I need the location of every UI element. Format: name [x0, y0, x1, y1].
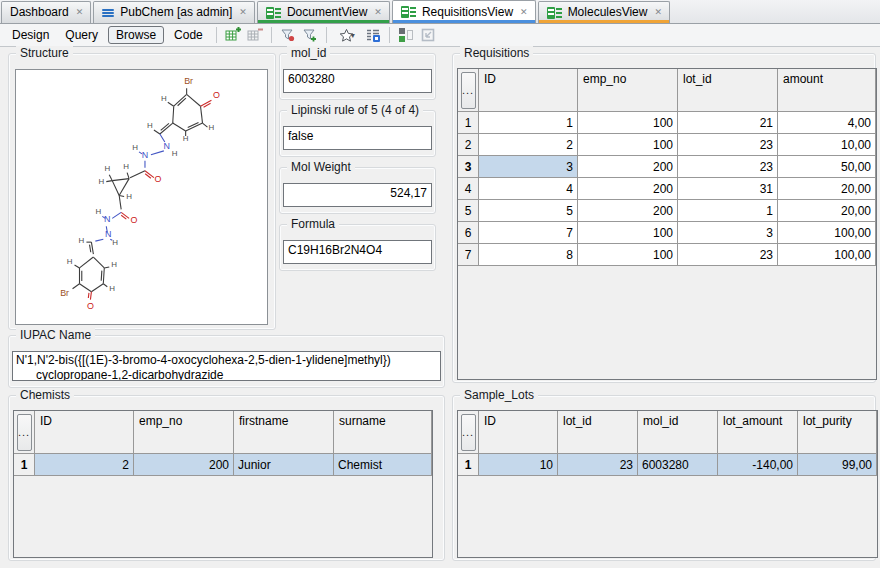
filter-clear-icon[interactable] — [277, 25, 299, 45]
column-header[interactable]: surname — [334, 411, 432, 454]
data-options-icon[interactable] — [362, 25, 384, 45]
column-header[interactable]: lot_id — [678, 69, 778, 112]
mol-id-field[interactable]: 6003280 — [283, 69, 432, 93]
row-header[interactable]: 4 — [458, 178, 479, 200]
table-cell[interactable]: -140,00 — [718, 454, 798, 476]
row-header[interactable]: 1 — [458, 112, 479, 134]
table-cell[interactable]: 100 — [578, 112, 678, 134]
table-cell[interactable]: 20,00 — [778, 200, 876, 222]
table-corner-button[interactable]: ... — [461, 72, 476, 109]
row-header[interactable]: 1 — [14, 454, 35, 476]
delete-record-icon[interactable] — [244, 25, 266, 45]
tab-requisitionsview[interactable]: RequisitionsView ✕ — [392, 0, 536, 23]
column-header[interactable]: ID — [479, 411, 558, 454]
table-cell[interactable]: 6003280 — [638, 454, 718, 476]
column-header[interactable]: emp_no — [134, 411, 234, 454]
table-cell[interactable]: 100,00 — [778, 222, 876, 244]
mode-code-button[interactable]: Code — [166, 26, 211, 44]
row-header[interactable]: 3 — [458, 156, 479, 178]
table-cell[interactable]: 10,00 — [778, 134, 876, 156]
tab-dashboard[interactable]: Dashboard ✕ — [1, 1, 91, 23]
table-cell[interactable]: Chemist — [334, 454, 432, 476]
tab-underline — [539, 20, 669, 23]
table-cell[interactable]: 3 — [479, 156, 578, 178]
insert-record-icon[interactable] — [222, 25, 244, 45]
tab-pubchem[interactable]: PubChem [as admin] ✕ — [93, 1, 255, 23]
chevron-down-icon[interactable]: ▾ — [351, 31, 355, 40]
table-cell[interactable]: 10 — [479, 454, 558, 476]
formula-field[interactable]: C19H16Br2N4O4 — [283, 240, 432, 264]
table-cell[interactable]: 23 — [558, 454, 638, 476]
column-header[interactable]: lot_id — [558, 411, 638, 454]
tab-moleculesview[interactable]: MoleculesView ✕ — [538, 1, 670, 23]
requisitions-table[interactable]: ...IDemp_nolot_idamount11100214,00221002… — [457, 68, 877, 380]
table-cell[interactable]: 2 — [35, 454, 134, 476]
table-cell[interactable]: 8 — [479, 244, 578, 266]
table-cell[interactable]: 100,00 — [778, 244, 876, 266]
close-icon[interactable]: ✕ — [653, 7, 663, 18]
chemists-table[interactable]: ...IDemp_nofirstnamesurname12200JuniorCh… — [13, 410, 433, 558]
column-header[interactable]: ID — [479, 69, 578, 112]
table-cell[interactable]: Junior — [234, 454, 334, 476]
column-header[interactable]: amount — [778, 69, 876, 112]
table-cell[interactable]: 200 — [578, 156, 678, 178]
row-header[interactable]: 6 — [458, 222, 479, 244]
table-corner-button[interactable]: ... — [461, 414, 476, 451]
table-cell[interactable]: 100 — [578, 222, 678, 244]
table-cell[interactable]: 23 — [678, 244, 778, 266]
table-cell[interactable]: 7 — [479, 222, 578, 244]
close-icon[interactable]: ✕ — [519, 7, 529, 18]
table-cell[interactable]: 1 — [678, 200, 778, 222]
table-cell[interactable]: 5 — [479, 200, 578, 222]
table-cell[interactable]: 99,00 — [798, 454, 877, 476]
column-header[interactable]: mol_id — [638, 411, 718, 454]
favorites-star-icon[interactable]: ▾ — [332, 25, 362, 45]
table-cell[interactable]: 31 — [678, 178, 778, 200]
tab-documentview[interactable]: DocumentView ✕ — [257, 1, 390, 23]
table-cell[interactable]: 23 — [678, 134, 778, 156]
column-header[interactable]: emp_no — [578, 69, 678, 112]
table-cell[interactable]: 1 — [479, 112, 578, 134]
iupac-field[interactable]: N'1,N'2-bis({[(1E)-3-bromo-4-oxocyclohex… — [12, 351, 441, 381]
table-cell[interactable]: 200 — [134, 454, 234, 476]
row-header[interactable]: 2 — [458, 134, 479, 156]
column-header[interactable]: firstname — [234, 411, 334, 454]
table-cell[interactable]: 50,00 — [778, 156, 876, 178]
table-cell[interactable]: 3 — [678, 222, 778, 244]
svg-text:O: O — [154, 174, 161, 184]
row-header[interactable]: 1 — [458, 454, 479, 476]
table-cell[interactable]: 21 — [678, 112, 778, 134]
sample-lots-table[interactable]: ...IDlot_idmol_idlot_amountlot_purity110… — [457, 410, 878, 558]
column-header[interactable]: ID — [35, 411, 134, 454]
close-icon[interactable]: ✕ — [75, 7, 85, 18]
mode-design-button[interactable]: Design — [4, 26, 57, 44]
column-header[interactable]: lot_purity — [798, 411, 877, 454]
column-header[interactable]: lot_amount — [718, 411, 798, 454]
table-cell[interactable]: 100 — [578, 244, 678, 266]
mode-query-button[interactable]: Query — [57, 26, 106, 44]
structure-panel: Structure BrOHHHHNHNHOHHHHONHNHHBrOHHH — [8, 53, 276, 330]
table-cell[interactable]: 23 — [678, 156, 778, 178]
table-cell[interactable]: 2 — [479, 134, 578, 156]
table-corner-button[interactable]: ... — [17, 414, 32, 451]
close-icon[interactable]: ✕ — [373, 7, 383, 18]
filter-add-icon[interactable] — [299, 25, 321, 45]
mode-browse-button[interactable]: Browse — [108, 26, 164, 44]
table-row: 55200120,00 — [458, 200, 876, 222]
close-icon[interactable]: ✕ — [238, 7, 248, 18]
table-cell[interactable]: 4,00 — [778, 112, 876, 134]
table-cell[interactable]: 200 — [578, 200, 678, 222]
mol-weight-field[interactable]: 524,17 — [283, 183, 432, 207]
lipinski-field[interactable]: false — [283, 126, 432, 150]
compare-layout-icon[interactable] — [395, 25, 417, 45]
table-cell[interactable]: 20,00 — [778, 178, 876, 200]
table-cell[interactable]: 4 — [479, 178, 578, 200]
table-cell[interactable]: 100 — [578, 134, 678, 156]
fit-window-icon[interactable] — [417, 25, 439, 45]
molecule-structure-canvas: BrOHHHHNHNHOHHHHONHNHHBrOHHH — [15, 69, 268, 325]
table-corner: ... — [458, 69, 479, 112]
row-header[interactable]: 7 — [458, 244, 479, 266]
row-header[interactable]: 5 — [458, 200, 479, 222]
requisitions-panel: Requisitions ...IDemp_nolot_idamount1110… — [452, 53, 876, 383]
table-cell[interactable]: 200 — [578, 178, 678, 200]
